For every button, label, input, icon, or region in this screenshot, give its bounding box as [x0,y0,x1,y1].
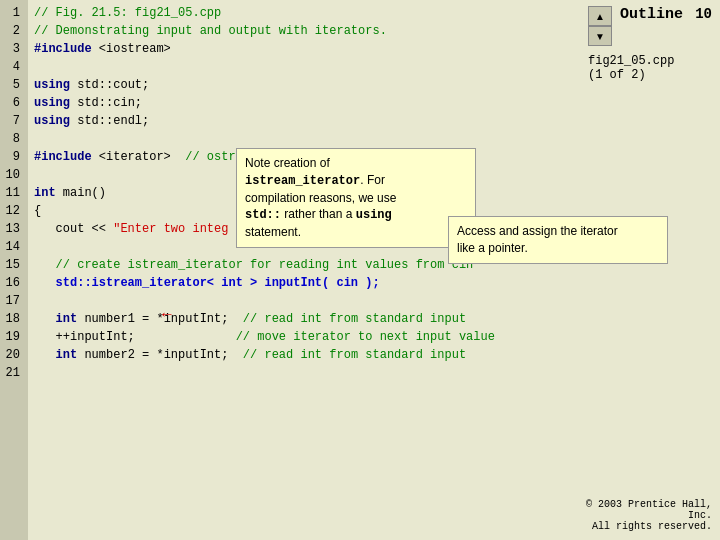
code-line-17 [34,292,576,310]
main-container: 1 2 3 4 5 6 7 8 9 10 11 12 13 14 15 16 1… [0,0,720,540]
code-line-3: #include <iostream> [34,40,576,58]
right-panel: 10 ▲ ▼ Outline fig21_05.cpp (1 of 2) © 2… [580,0,720,540]
line-num-6: 6 [0,94,24,112]
code-line-4 [34,58,576,76]
file-name: fig21_05.cpp [588,54,712,68]
red-arrow-icon: ← [162,306,172,324]
code-line-5: using std::cout; [34,76,576,94]
line-num-2: 2 [0,22,24,40]
line-num-8: 8 [0,130,24,148]
line-num-13: 13 [0,220,24,238]
line-numbers: 1 2 3 4 5 6 7 8 9 10 11 12 13 14 15 16 1… [0,0,28,540]
code-line-6: using std::cin; [34,94,576,112]
outline-row: ▲ ▼ Outline [588,6,712,46]
line-num-11: 11 [0,184,24,202]
code-line-18: int number1 = *inputInt; // read int fro… [34,310,576,328]
code-line-7: using std::endl; [34,112,576,130]
line-num-3: 3 [0,40,24,58]
code-line-1: // Fig. 21.5: fig21_05.cpp [34,4,576,22]
line-num-9: 9 [0,148,24,166]
line-num-17: 17 [0,292,24,310]
line-num-10: 10 [0,166,24,184]
page-number: 10 [695,6,712,22]
tooltip2-line1: Access and assign the iterator [457,224,618,238]
line-num-12: 12 [0,202,24,220]
tooltip1-using: using [356,208,392,222]
tooltip-istream-iterator: Note creation of istream_iterator. For c… [236,148,476,248]
tooltip1-for: . For [360,173,385,187]
line-num-18: 18 [0,310,24,328]
tooltip-access-assign: Access and assign the iterator like a po… [448,216,668,264]
tooltip1-std: std:: [245,208,281,222]
tooltip1-statement: statement. [245,225,301,239]
line-num-21: 21 [0,364,24,382]
line-num-15: 15 [0,256,24,274]
tooltip1-line3: compilation reasons, we use [245,191,396,205]
line-num-1: 1 [0,4,24,22]
nav-up-button[interactable]: ▲ [588,6,612,26]
line-num-7: 7 [0,112,24,130]
file-info: fig21_05.cpp (1 of 2) [588,54,712,82]
line-num-20: 20 [0,346,24,364]
copyright-line2: All rights reserved. [580,521,712,532]
line-num-5: 5 [0,76,24,94]
nav-down-button[interactable]: ▼ [588,26,612,46]
copyright-line1: © 2003 Prentice Hall, Inc. [580,499,712,521]
tooltip2-line2: like a pointer. [457,241,528,255]
line-num-19: 19 [0,328,24,346]
code-line-20: int number2 = *inputInt; // read int fro… [34,346,576,364]
code-line-21 [34,364,576,382]
code-line-19: ++inputInt; // move iterator to next inp… [34,328,576,346]
tooltip1-line1: Note creation of [245,156,330,170]
copyright-text: © 2003 Prentice Hall, Inc. All rights re… [580,499,712,532]
code-line-2: // Demonstrating input and output with i… [34,22,576,40]
outline-title: Outline [620,6,683,23]
line-num-16: 16 [0,274,24,292]
code-area: // Fig. 21.5: fig21_05.cpp // Demonstrat… [28,0,580,540]
nav-buttons: ▲ ▼ [588,6,612,46]
line-num-4: 4 [0,58,24,76]
file-page: (1 of 2) [588,68,712,82]
tooltip1-bold1: istream_iterator [245,174,360,188]
code-line-8 [34,130,576,148]
tooltip1-rather: rather than a [281,207,356,221]
line-num-14: 14 [0,238,24,256]
code-line-16: std::istream_iterator< int > inputInt( c… [34,274,576,292]
